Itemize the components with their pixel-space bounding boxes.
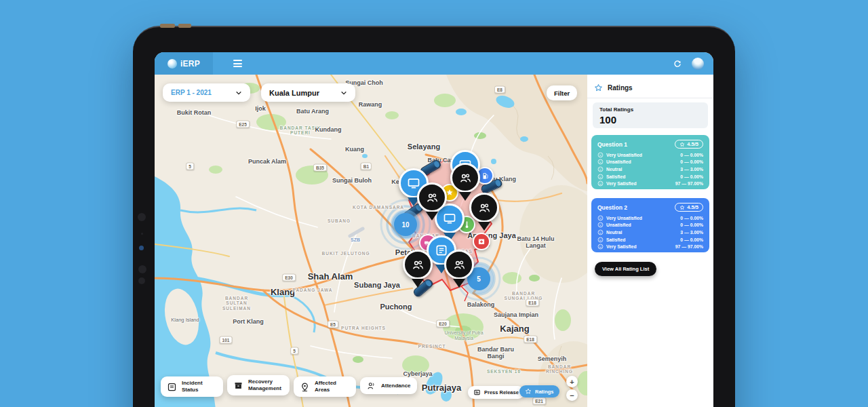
chevron-down-icon <box>340 90 347 96</box>
road-badge: 101 <box>220 336 233 344</box>
zoom-in-button[interactable]: + <box>566 376 578 387</box>
rating-row-value: 0 — 0.00% <box>680 159 703 164</box>
app-bar: iERP <box>155 52 713 75</box>
attendance-pin[interactable] <box>417 182 447 212</box>
erp-dropdown-value: ERP 1 - 2021 <box>171 89 212 96</box>
page: iERP <box>0 0 868 407</box>
tablet-frame: iERP <box>133 26 735 407</box>
neutral-face-icon <box>597 229 604 235</box>
ratings-button[interactable]: Ratings <box>519 385 559 398</box>
app-logo-icon <box>167 59 177 69</box>
newspaper-icon <box>473 389 481 396</box>
total-ratings-card: Total Ratings 100 <box>593 102 708 128</box>
attendance-pin[interactable] <box>403 250 433 279</box>
question-score-badge: 4.5/5 <box>675 140 703 149</box>
rating-row-value: 0 — 0.00% <box>680 174 703 179</box>
erp-dropdown[interactable]: ERP 1 - 2021 <box>163 83 250 102</box>
incident-board-icon <box>167 382 177 392</box>
rating-row-label: Unsatisfied <box>606 222 631 227</box>
app-logo[interactable]: iERP <box>155 52 213 75</box>
road-badge: B35 <box>313 164 327 172</box>
divider <box>587 98 713 98</box>
question-1-card[interactable]: Question 1 4.5/5 Very Unsatisfied0 — 0.0… <box>591 135 709 189</box>
press-release-button[interactable]: Press Release <box>468 386 524 399</box>
menu-icon[interactable] <box>233 60 242 69</box>
total-ratings-label: Total Ratings <box>599 106 701 113</box>
ratings-panel: Ratings Total Ratings 100 Question 1 4.5… <box>587 75 713 407</box>
rating-row-value: 97 — 97.00% <box>675 244 703 249</box>
rating-row-label: Very Unsatisfied <box>606 153 642 157</box>
affected-areas-button[interactable]: Affected Areas <box>294 376 356 397</box>
question-title: Question 2 <box>597 204 627 211</box>
tablet-volume-button <box>178 24 191 28</box>
road-badge: E30 <box>282 274 296 282</box>
very-unsatisfied-face-icon <box>597 152 604 158</box>
cluster-marker[interactable]: 10 <box>394 213 417 236</box>
toolbar-label: Recovery Management <box>248 379 283 392</box>
tablet-camera-sensor <box>138 213 146 221</box>
road-badge: E18 <box>524 336 537 343</box>
recovery-management-button[interactable]: Recovery Management <box>227 375 290 395</box>
toolbar-label: Press Release <box>484 389 519 395</box>
rating-row-value: 3 — 3.00% <box>680 230 703 235</box>
monitor-icon <box>407 176 420 190</box>
tablet-camera-lens <box>139 246 144 250</box>
tablet-volume-button <box>160 24 175 28</box>
road-badge: E18 <box>526 299 539 307</box>
road-badge: B1 <box>361 163 372 170</box>
star-icon <box>679 142 685 147</box>
rating-row-label: Very Unsatisfied <box>606 216 642 220</box>
question-title: Question 1 <box>597 141 627 148</box>
toolbar-label: Ratings <box>535 389 554 395</box>
user-avatar[interactable] <box>692 58 704 70</box>
people-icon <box>425 191 439 205</box>
rating-row-value: 3 — 3.00% <box>680 167 703 172</box>
rating-row-value: 0 — 0.00% <box>680 237 703 242</box>
map-canvas[interactable]: Sungai Choh Rawang Kuang Ijok Bukit Rota… <box>155 75 587 407</box>
incident-status-button[interactable]: Incident Status <box>161 376 223 397</box>
rating-row-label: Satisfied <box>606 237 625 242</box>
road-badge: E5 <box>328 321 338 328</box>
question-2-card[interactable]: Question 2 4.5/5 Very Unsatisfied0 — 0.0… <box>591 198 709 252</box>
refresh-icon[interactable] <box>673 59 682 69</box>
tablet-sensor-dot <box>138 277 145 284</box>
list-icon <box>435 244 448 257</box>
view-all-rating-list-button[interactable]: View All Rating List <box>595 262 656 276</box>
rating-row-value: 0 — 0.00% <box>680 153 703 157</box>
rating-row-label: Unsatisfied <box>606 159 631 164</box>
star-icon <box>679 205 685 210</box>
road-badge: E21 <box>532 398 546 405</box>
rating-row-value: 0 — 0.00% <box>680 222 703 227</box>
attendance-pin[interactable] <box>469 193 499 222</box>
rating-row-label: Very Satisfied <box>606 244 637 249</box>
person-icon <box>366 381 376 391</box>
toolbar-label: Incident Status <box>182 380 217 393</box>
rating-row-label: Very Satisfied <box>606 181 637 186</box>
star-icon <box>594 83 603 92</box>
attendance-pin[interactable] <box>450 163 480 193</box>
neutral-face-icon <box>597 166 604 172</box>
toolbar-label: Affected Areas <box>315 380 350 393</box>
road-badge: 5 <box>290 347 298 355</box>
filter-button[interactable]: Filter <box>547 85 577 100</box>
rating-row-value: 0 — 0.00% <box>680 216 703 220</box>
attendance-button[interactable]: Attendance <box>360 377 417 394</box>
region-dropdown-value: Kuala Lumpur <box>269 89 319 97</box>
attendance-pin[interactable] <box>444 250 474 279</box>
region-dropdown[interactable]: Kuala Lumpur <box>261 83 355 102</box>
road-badge: E25 <box>236 121 250 128</box>
archive-box-icon <box>233 381 243 391</box>
location-pin-icon <box>300 382 310 392</box>
unsatisfied-face-icon <box>597 159 604 165</box>
rating-row-value: 97 — 97.00% <box>675 181 703 186</box>
question-score-badge: 4.5/5 <box>675 203 703 212</box>
people-icon <box>411 258 425 272</box>
total-ratings-value: 100 <box>599 114 701 125</box>
rating-row-label: Neutral <box>606 230 622 235</box>
zoom-out-button[interactable]: − <box>566 389 578 401</box>
road-badge: 5 <box>186 163 194 170</box>
satisfied-face-icon <box>597 237 604 243</box>
satisfied-face-icon <box>597 174 604 180</box>
people-icon <box>458 171 473 185</box>
tablet-mic-dot <box>141 233 143 235</box>
